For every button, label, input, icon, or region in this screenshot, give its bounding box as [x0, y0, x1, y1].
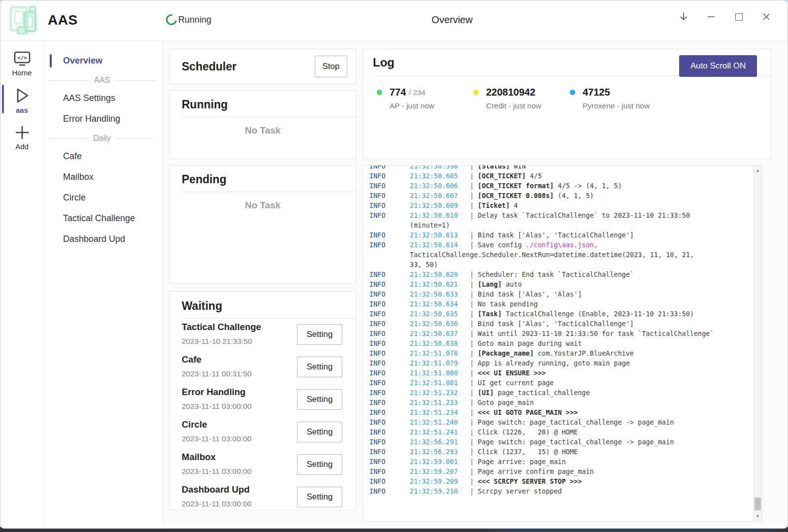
maximize-button[interactable]: [731, 9, 746, 24]
rail-label-add: Add: [15, 142, 29, 151]
log-line: INFO21:32:50.610|Delay task `TacticalCha…: [369, 210, 753, 220]
log-line: INFO21:32:50.634|No task pending: [369, 299, 753, 309]
app-name: AAS: [48, 12, 78, 28]
log-pipe: |: [470, 289, 478, 299]
log-timestamp: 21:32:50.598: [410, 166, 470, 171]
log-level: INFO: [369, 191, 410, 200]
auto-scroll-button[interactable]: Auto Scroll ON: [679, 55, 757, 77]
sidebar-item-tactical-challenge[interactable]: Tactical Challenge: [44, 209, 163, 228]
rail-item-aas[interactable]: aas: [0, 84, 43, 114]
stat-top: 774/ 234: [377, 87, 473, 98]
log-message: <<< UI GOTO PAGE_MAIN >>>: [478, 407, 578, 417]
log-message: Page switch: page_tactical_challenge -> …: [478, 417, 674, 427]
task-setting-button[interactable]: Setting: [297, 324, 342, 345]
download-arrow-icon[interactable]: [676, 9, 691, 24]
sidebar-item-overview[interactable]: Overview: [44, 51, 163, 70]
log-timestamp: 21:32:50.634: [410, 299, 470, 309]
running-empty-message: No Task: [170, 125, 356, 136]
log-message: Scrcpy server stopped: [478, 486, 562, 496]
log-line: INFO21:32:51.080|<<< UI ENSURE >>>: [369, 368, 753, 378]
svg-text:</>: </>: [17, 55, 27, 61]
log-pipe: |: [470, 466, 478, 476]
log-pipe: |: [470, 309, 478, 319]
task-setting-button[interactable]: Setting: [297, 454, 342, 475]
log-pipe: |: [470, 348, 478, 358]
log-timestamp: 21:32:50.606: [410, 181, 470, 191]
log-line: INFO21:32:59.207|Page arrive confirm pag…: [369, 466, 753, 476]
waiting-task-list: Tactical Challenge2023-11-10 21:33:50Set…: [170, 321, 356, 514]
log-message: Goto main page during wait: [478, 338, 582, 348]
log-pipe: |: [470, 358, 478, 368]
log-line: INFO21:32:51.240|Page switch: page_tacti…: [369, 417, 753, 427]
side-navigation: OverviewAASAAS SettingsError HandlingDai…: [44, 41, 163, 525]
waiting-task-row: Dashboard Upd2023-11-11 03:00:00Setting: [182, 483, 356, 514]
log-pipe: |: [470, 407, 478, 417]
nav-group-divider-daily: Daily: [44, 130, 163, 147]
log-message: [Ticket] 4: [478, 200, 518, 210]
log-card: Log Auto Scroll ON 774/ 234AP - just now…: [362, 49, 771, 159]
task-setting-button[interactable]: Setting: [297, 487, 342, 507]
log-message: Click (1226, 28) @ HOME: [478, 427, 578, 437]
log-pipe: |: [470, 398, 478, 407]
log-line: INFO21:32:50.637|Wait until 2023-11-10 2…: [369, 329, 753, 338]
log-timestamp: 21:32:50.637: [410, 329, 470, 338]
log-pipe: |: [470, 427, 478, 437]
log-output-panel: INFO21:32:50.598|[Status] WININFO21:32:5…: [362, 165, 762, 522]
sidebar-item-dashboard-upd[interactable]: Dashboard Upd: [44, 230, 163, 249]
divider-line: [48, 80, 89, 81]
sidebar-item-error-handling[interactable]: Error Handling: [44, 109, 163, 129]
task-setting-button[interactable]: Setting: [297, 422, 342, 442]
waiting-task-row: Mailbox2023-11-11 03:00:00Setting: [182, 451, 356, 481]
scrollbar-down-arrow-icon[interactable]: ▼: [754, 512, 762, 520]
log-pipe: |: [470, 200, 478, 210]
log-timestamp: 21:32:50.621: [410, 279, 470, 289]
sidebar-item-cafe[interactable]: Cafe: [44, 147, 163, 166]
log-level: INFO: [369, 240, 410, 250]
log-timestamp: 21:32:50.633: [410, 289, 470, 299]
log-scrollbar[interactable]: ▲ ▼: [753, 166, 762, 521]
log-level: INFO: [369, 269, 410, 279]
waiting-task-row: Circle2023-11-11 03:00:00Setting: [182, 418, 356, 449]
log-level: INFO: [369, 348, 410, 358]
sidebar-item-aas-settings[interactable]: AAS Settings: [44, 89, 163, 108]
log-message: Goto page_main: [478, 398, 534, 407]
scrollbar-thumb[interactable]: [755, 498, 761, 510]
log-line: INFO21:32:50.636|Bind task ['Alas', 'Tac…: [369, 319, 753, 329]
resource-stats-row: 774/ 234AP - just now220810942Credit - j…: [377, 87, 771, 110]
log-line: INFO21:32:50.607|[OCR_TICKET 0.008s] (4,…: [369, 191, 753, 200]
scrollbar-up-arrow-icon[interactable]: ▲: [754, 166, 762, 174]
scheduler-card: Scheduler Stop: [169, 49, 356, 84]
task-setting-button[interactable]: Setting: [297, 389, 342, 410]
divider: [182, 192, 356, 192]
pending-title: Pending: [182, 173, 227, 186]
waiting-card: Waiting Tactical Challenge2023-11-10 21:…: [169, 291, 356, 510]
log-line: INFO21:32:50.605|[OCR_TICKET] 4/5: [369, 171, 753, 181]
stop-button[interactable]: Stop: [315, 56, 347, 77]
log-timestamp: 21:32:50.613: [410, 230, 470, 240]
log-pipe: |: [470, 437, 478, 447]
log-level: INFO: [369, 319, 410, 329]
log-pipe: |: [470, 191, 478, 200]
sidebar-item-circle[interactable]: Circle: [44, 188, 163, 207]
log-level: INFO: [369, 368, 410, 378]
log-line: INFO21:32:51.232|[UI] page_tactical_chal…: [369, 388, 753, 398]
log-message: No task pending: [478, 299, 538, 309]
resource-stat-credit: 220810942Credit - just now: [473, 87, 570, 110]
log-timestamp: 21:32:56.293: [410, 447, 470, 457]
log-scroll-area[interactable]: INFO21:32:50.598|[Status] WININFO21:32:5…: [363, 166, 753, 521]
log-pipe: |: [470, 447, 478, 457]
rail-item-home[interactable]: </> Home: [0, 48, 43, 77]
minimize-button[interactable]: [704, 9, 719, 24]
log-level: INFO: [369, 338, 410, 348]
stat-dot-pyroxene: [570, 90, 575, 95]
log-timestamp: 21:32:50.614: [410, 240, 470, 250]
log-level: INFO: [369, 171, 410, 181]
rail-label-aas: aas: [16, 106, 28, 114]
log-pipe: |: [470, 329, 478, 338]
rail-item-add[interactable]: Add: [0, 121, 43, 151]
close-button[interactable]: [759, 9, 774, 24]
sidebar-item-mailbox[interactable]: Mailbox: [44, 167, 163, 187]
task-setting-button[interactable]: Setting: [297, 357, 342, 377]
waiting-task-row: Tactical Challenge2023-11-10 21:33:50Set…: [182, 321, 356, 351]
taskbar-strip: [0, 529, 788, 532]
